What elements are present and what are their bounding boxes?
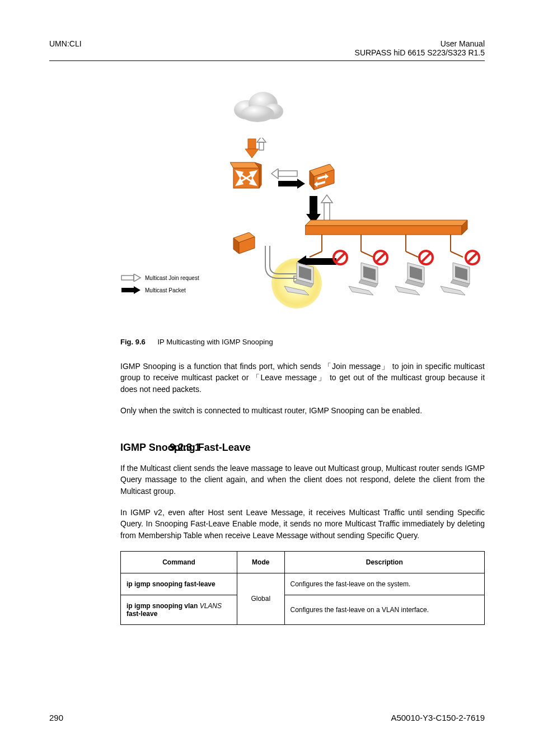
svg-point-3 (241, 105, 274, 122)
svg-line-76 (468, 253, 477, 262)
svg-rect-6 (259, 142, 264, 150)
prohibit-icon (372, 249, 389, 266)
prohibit-icon (332, 249, 349, 266)
svg-marker-68 (441, 286, 465, 295)
switch-icon (308, 164, 335, 191)
svg-marker-78 (134, 274, 140, 282)
svg-line-52 (451, 251, 463, 257)
table-header: Mode (237, 551, 285, 573)
table-header-row: Command Mode Description (121, 551, 485, 573)
svg-line-70 (336, 253, 345, 262)
workstation-icon (282, 259, 321, 298)
svg-marker-80 (134, 286, 140, 294)
table-header: Description (284, 551, 485, 573)
svg-marker-60 (349, 286, 373, 295)
svg-rect-32 (324, 203, 330, 221)
paragraph: IGMP Snooping is a function that finds p… (120, 361, 485, 395)
figure-caption: Fig. 9.6 IP Multicasting with IGMP Snoop… (120, 338, 485, 346)
svg-rect-19 (278, 171, 297, 176)
paragraph: If the Multicast client sends the leave … (120, 463, 485, 497)
legend-packet-label: Multicast Packet (145, 287, 186, 293)
table-cell: Configures the fast-leave on a VLAN inte… (284, 595, 485, 624)
svg-marker-64 (395, 286, 420, 295)
table-cell: Global (237, 573, 285, 624)
paragraph: In IGMP v2, even after Host sent Leave M… (120, 507, 485, 541)
svg-line-48 (361, 251, 373, 257)
svg-marker-11 (230, 162, 259, 168)
cloud-icon (229, 85, 285, 124)
paragraph: Only when the switch is connected to mul… (120, 405, 485, 416)
svg-marker-33 (321, 195, 332, 203)
svg-marker-22 (297, 179, 305, 189)
svg-marker-7 (257, 138, 266, 142)
document-code: A50010-Y3-C150-2-7619 (391, 713, 485, 722)
svg-line-50 (406, 251, 418, 257)
svg-rect-4 (248, 139, 256, 149)
svg-rect-79 (121, 288, 134, 292)
prohibit-icon (418, 249, 434, 266)
table-row: ip igmp snooping fast-leave Global Confi… (121, 573, 485, 595)
svg-line-72 (376, 253, 385, 262)
switch-icon (232, 232, 257, 255)
page-number: 290 (49, 713, 63, 722)
prohibit-icon (464, 249, 481, 266)
section-number: 9.2.3.1 (170, 442, 200, 454)
table-cell: ip igmp snooping vlan VLANS fast-leave (121, 595, 237, 624)
figure-title: IP Multicasting with IGMP Snooping (157, 338, 273, 346)
svg-rect-21 (278, 181, 297, 186)
header-left: UMN:CLI (49, 39, 82, 57)
svg-marker-20 (271, 169, 278, 179)
figure-number: Fig. 9.6 (120, 338, 146, 346)
svg-marker-43 (305, 226, 462, 235)
arrow-down-icon (242, 138, 270, 160)
svg-marker-56 (284, 286, 309, 295)
table-cell: Configures the fast-leave on the system. (284, 573, 485, 595)
svg-marker-42 (305, 220, 467, 226)
network-diagram: Multicast Join request Multicast Packet (120, 85, 485, 325)
table-header: Command (121, 551, 237, 573)
svg-rect-77 (121, 276, 134, 280)
svg-rect-30 (310, 196, 317, 214)
arrow-pair-icon (269, 169, 307, 191)
svg-marker-5 (245, 149, 259, 158)
header-right-2: SURPASS hiD 6615 S223/S323 R1.5 (355, 48, 485, 57)
router-icon (230, 160, 263, 193)
table-row: ip igmp snooping vlan VLANS fast-leave C… (121, 595, 485, 624)
command-table: Command Mode Description ip igmp snoopin… (120, 551, 485, 625)
svg-line-74 (421, 253, 430, 262)
table-cell: ip igmp snooping fast-leave (121, 573, 237, 595)
header-right-1: User Manual (355, 39, 485, 48)
hollow-arrow-icon (120, 274, 143, 282)
solid-arrow-icon (120, 286, 143, 294)
diagram-legend: Multicast Join request Multicast Packet (120, 274, 199, 298)
legend-join-label: Multicast Join request (145, 275, 199, 281)
